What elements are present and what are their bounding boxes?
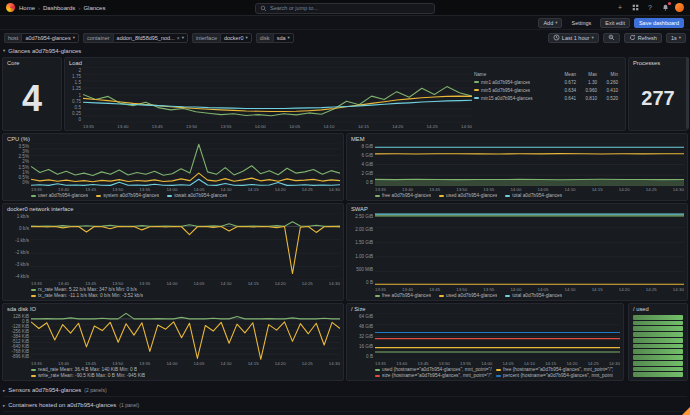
legend-item[interactable]: iowait a0d7b954-glances bbox=[167, 193, 227, 198]
panel-title[interactable]: docker0 network interface bbox=[3, 204, 343, 213]
axis-tick: -1 kb/s bbox=[15, 238, 29, 243]
axis-tick: 0 B bbox=[366, 280, 373, 285]
resize-corner-handle[interactable] bbox=[682, 407, 690, 415]
scrollbar-thumb[interactable] bbox=[686, 57, 689, 129]
gauge-segment bbox=[633, 326, 683, 331]
legend-color-chip bbox=[375, 369, 380, 371]
legend-item[interactable]: percent {hostname="a0d7b954-glances", mn… bbox=[496, 373, 613, 378]
legend-color-chip bbox=[505, 195, 510, 197]
top-nav: Home › Dashboards › Glances Search or ju… bbox=[0, 0, 690, 16]
apps-grid-icon[interactable] bbox=[630, 3, 640, 13]
settings-button[interactable]: Settings bbox=[566, 18, 596, 28]
search-input[interactable]: Search or jump to... bbox=[255, 3, 435, 14]
legend-item[interactable]: free a0d7b954-glances bbox=[375, 193, 431, 198]
axis-tick: 48 GiB bbox=[359, 324, 373, 329]
variable-value-dropdown[interactable]: docker0▾ bbox=[220, 33, 252, 43]
mem-graph[interactable] bbox=[375, 143, 684, 186]
legend-item[interactable]: write_rate Mean: -90.5 KiB Max: 0 B Min:… bbox=[31, 373, 145, 378]
plus-icon[interactable]: + bbox=[615, 3, 625, 13]
refresh-interval-dropdown[interactable]: 1s ▾ bbox=[666, 33, 686, 43]
legend-item[interactable]: size {hostname="a0d7b954-glances", mnt_p… bbox=[375, 373, 492, 378]
grafana-dashboard: Home › Dashboards › Glances Search or ju… bbox=[0, 0, 690, 415]
panel-title[interactable]: SWAP bbox=[347, 204, 687, 213]
legend-label: free {hostname="a0d7b954-glances", mnt_p… bbox=[503, 367, 613, 372]
legend-color-chip bbox=[96, 195, 101, 197]
cpu-graph[interactable] bbox=[31, 143, 340, 186]
panel-title[interactable]: Core bbox=[3, 58, 61, 67]
variable-value-dropdown[interactable]: addon_8fd58d95_nod...×▾ bbox=[113, 33, 188, 43]
panel-title[interactable]: Load bbox=[65, 58, 625, 67]
legend-item[interactable]: system a0d7b954-glances bbox=[96, 193, 159, 198]
help-icon[interactable]: ? bbox=[645, 3, 655, 13]
legend-color-chip bbox=[496, 375, 501, 377]
axis-tick: 13:35 bbox=[83, 124, 94, 130]
legend-item[interactable]: total a0d7b954-glances bbox=[505, 193, 562, 198]
legend-table-header[interactable]: Mean bbox=[555, 72, 576, 77]
legend-color-chip bbox=[31, 369, 36, 371]
legend-table-row[interactable]: min15 a0d7b954-glances0.6410.8100.520 bbox=[474, 94, 618, 102]
legend-item[interactable]: used {hostname="a0d7b954-glances", mnt_p… bbox=[375, 367, 492, 372]
edit-toolbar: Add ▾ Settings Exit edit Save dashboard bbox=[0, 16, 690, 30]
legend-table-header[interactable]: Name bbox=[474, 72, 555, 77]
variable-container: container addon_8fd58d95_nod...×▾ bbox=[83, 33, 188, 43]
time-range-picker[interactable]: Last 1 hour ▾ bbox=[548, 33, 599, 43]
legend-item[interactable]: total a0d7b954-glances bbox=[505, 293, 562, 298]
swap-graph[interactable] bbox=[375, 213, 684, 286]
docker0-x-axis: 13:3513:4013:4513:5013:5514:0014:0514:10… bbox=[31, 280, 340, 287]
sda-x-axis: 13:3513:4013:4513:5013:5514:0014:0514:10… bbox=[31, 360, 340, 367]
axis-tick: 1.5 bbox=[75, 80, 81, 85]
search-placeholder: Search or jump to... bbox=[270, 5, 318, 11]
panel-title[interactable]: / Size bbox=[347, 304, 623, 313]
zoom-out-button[interactable] bbox=[603, 33, 620, 43]
legend-item[interactable]: tx_rate Mean: -11.1 b/s Max: 0 b/s Min: … bbox=[31, 293, 143, 298]
axis-tick: -4 kb/s bbox=[15, 274, 29, 279]
panel-title[interactable]: / used bbox=[629, 304, 687, 313]
legend-label: free a0d7b954-glances bbox=[382, 293, 431, 298]
axis-tick: 0 B bbox=[366, 180, 373, 185]
user-avatar[interactable] bbox=[675, 3, 684, 12]
sda-graph[interactable] bbox=[31, 313, 340, 360]
variable-value-dropdown[interactable]: sda▾ bbox=[273, 33, 294, 43]
save-dashboard-button[interactable]: Save dashboard bbox=[634, 18, 684, 28]
panel-title[interactable]: MEM bbox=[347, 134, 687, 143]
size-graph[interactable] bbox=[375, 313, 620, 360]
row-sensors[interactable]: ▸ Sensors a0d7b954-glances (2 panels) bbox=[3, 384, 687, 397]
sda-legend: read_rate Mean: 36.4 B Max: 140 KiB Min:… bbox=[3, 367, 343, 380]
panel-title[interactable]: sda disk IO bbox=[3, 304, 343, 313]
breadcrumb-separator: › bbox=[38, 5, 40, 11]
variable-label: disk bbox=[256, 33, 273, 43]
variable-value: a0d7b954-glances bbox=[25, 35, 70, 41]
legend-item[interactable]: user a0d7b954-glances bbox=[31, 193, 88, 198]
refresh-label: Refresh bbox=[638, 35, 657, 41]
breadcrumb-dashboards[interactable]: Dashboards bbox=[43, 5, 75, 11]
variable-value-dropdown[interactable]: a0d7b954-glances▾ bbox=[21, 33, 79, 43]
legend-item[interactable]: rx_rate Mean: 5.22 b/s Max: 347 b/s Min:… bbox=[31, 287, 137, 292]
notifications-bell-icon[interactable] bbox=[660, 3, 670, 13]
legend-item[interactable]: free a0d7b954-glances bbox=[375, 293, 431, 298]
legend-table-header[interactable]: Max bbox=[576, 72, 597, 77]
size-y-axis: 64 GiB48 GiB32 GiB16 GiB0 B bbox=[349, 313, 375, 367]
legend-item[interactable]: read_rate Mean: 36.4 B Max: 140 KiB Min:… bbox=[31, 367, 137, 372]
add-button[interactable]: Add ▾ bbox=[538, 18, 562, 28]
exit-edit-button[interactable]: Exit edit bbox=[600, 18, 630, 28]
legend-label: user a0d7b954-glances bbox=[38, 193, 88, 198]
row-containers[interactable]: ▸ Containers hosted on a0d7b954-glances … bbox=[3, 399, 687, 412]
legend-item[interactable]: used a0d7b954-glances bbox=[439, 293, 497, 298]
legend-item[interactable]: free {hostname="a0d7b954-glances", mnt_p… bbox=[496, 367, 613, 372]
legend-label: used {hostname="a0d7b954-glances", mnt_p… bbox=[382, 367, 492, 372]
row-header-glances[interactable]: ▾ Glances a0d7b954-glances bbox=[3, 45, 81, 56]
clear-icon[interactable]: × bbox=[177, 35, 180, 41]
legend-table-header[interactable]: Min bbox=[597, 72, 618, 77]
panel-title[interactable]: CPU (%) bbox=[3, 134, 343, 143]
legend-item[interactable]: used a0d7b954-glances bbox=[439, 193, 497, 198]
search-icon bbox=[260, 5, 267, 12]
panel-title[interactable]: Processes bbox=[629, 58, 687, 67]
load-graph[interactable] bbox=[83, 67, 472, 123]
breadcrumb-home[interactable]: Home bbox=[19, 5, 35, 11]
grafana-logo-icon[interactable] bbox=[6, 3, 15, 12]
axis-tick: 1.75 bbox=[72, 74, 81, 79]
legend-table-row[interactable]: min1 a0d7b954-glances0.6721.300.260 bbox=[474, 78, 618, 86]
docker0-graph[interactable] bbox=[31, 213, 340, 280]
legend-table-row[interactable]: min5 a0d7b954-glances0.6340.9600.410 bbox=[474, 86, 618, 94]
refresh-button[interactable]: Refresh bbox=[624, 33, 662, 43]
